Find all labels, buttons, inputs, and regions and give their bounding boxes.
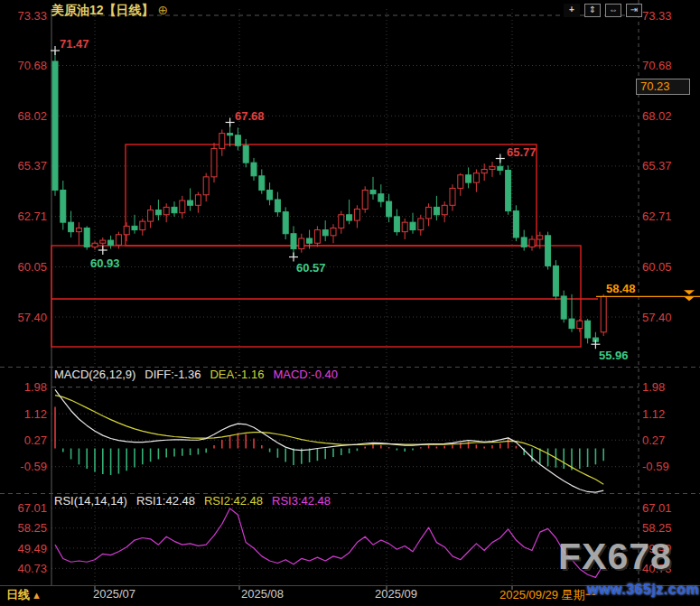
svg-text:65.37: 65.37 — [642, 159, 672, 172]
macd-diff-value: DIFF:-1.36 — [145, 368, 201, 381]
rsi-header: RSI(14,14,14)RSI1:42.48RSI2:42.48RSI3:42… — [54, 494, 340, 508]
svg-text:71.47: 71.47 — [60, 37, 89, 51]
svg-text:68.02: 68.02 — [17, 109, 47, 123]
svg-text:57.40: 57.40 — [642, 311, 672, 324]
macd-dea-value: DEA:-1.16 — [210, 368, 264, 381]
svg-text:60.93: 60.93 — [90, 256, 120, 270]
right-axis-price-tag: 70.23 — [636, 79, 690, 95]
svg-text:60.57: 60.57 — [296, 261, 326, 275]
svg-text:68.02: 68.02 — [642, 109, 672, 123]
candles-group — [52, 51, 606, 344]
rsi2-value: RSI2:42.48 — [204, 494, 263, 508]
move-tool-icon[interactable]: + — [564, 4, 580, 17]
rsi1-value: RSI1:42.48 — [136, 494, 195, 508]
svg-text:62.71: 62.71 — [17, 210, 47, 223]
period-label: 日线 — [6, 588, 30, 601]
svg-text:58.48: 58.48 — [606, 282, 636, 295]
chart-toolbar: +⇕⇔⇥ — [564, 4, 642, 17]
svg-text:67.68: 67.68 — [235, 109, 265, 123]
svg-text:60.05: 60.05 — [642, 260, 672, 274]
svg-text:62.71: 62.71 — [642, 210, 672, 223]
y-axis-scale-icon[interactable]: ⇕ — [584, 4, 601, 17]
chart-canvas[interactable]: 58.4871.4767.6865.7760.9360.5755.9673.33… — [0, 0, 700, 606]
macd-macd-value: MACD:-0.40 — [273, 368, 338, 381]
add-indicator-icon[interactable]: ⊕ — [158, 3, 169, 17]
macd-header: MACD(26,12,9)DIFF:-1.36DEA:-1.16MACD:-0.… — [54, 368, 347, 381]
svg-text:55.96: 55.96 — [599, 349, 629, 362]
rsi-formula: RSI(14,14,14) — [54, 494, 127, 508]
svg-text:1.12: 1.12 — [24, 407, 47, 421]
svg-text:1.12: 1.12 — [642, 407, 665, 421]
svg-text:58.25: 58.25 — [642, 521, 672, 535]
svg-text:2025/09: 2025/09 — [375, 587, 417, 601]
svg-text:67.01: 67.01 — [17, 501, 47, 515]
svg-text:49.49: 49.49 — [17, 542, 47, 555]
fx678-watermark: FX678 — [558, 536, 672, 578]
instrument-title-text: 美原油12【日线】 — [51, 3, 154, 17]
trading-chart-window: 58.4871.4767.6865.7760.9360.5755.9673.33… — [0, 0, 700, 606]
rsi3-value: RSI3:42.48 — [272, 494, 331, 508]
svg-text:40.73: 40.73 — [17, 562, 47, 575]
svg-text:-0.59: -0.59 — [20, 460, 47, 473]
site-watermark: www.365jz.com — [587, 582, 699, 598]
svg-text:1.98: 1.98 — [642, 380, 665, 394]
svg-text:70.68: 70.68 — [642, 59, 672, 72]
svg-text:60.05: 60.05 — [17, 260, 47, 274]
svg-text:73.33: 73.33 — [642, 9, 672, 23]
svg-text:67.01: 67.01 — [642, 501, 672, 515]
svg-text:58.25: 58.25 — [17, 521, 47, 535]
svg-text:65.37: 65.37 — [17, 159, 47, 172]
svg-text:-0.59: -0.59 — [642, 460, 669, 473]
pan-right-icon[interactable]: ⇥ — [626, 4, 642, 17]
svg-text:1.98: 1.98 — [24, 380, 47, 394]
macd-formula: MACD(26,12,9) — [54, 368, 135, 381]
svg-text:0.27: 0.27 — [24, 434, 47, 447]
svg-text:2025/08: 2025/08 — [241, 587, 284, 601]
svg-text:2025/07: 2025/07 — [93, 587, 135, 601]
current-date-label: 2025/09/29 星期一 — [499, 587, 597, 603]
period-selector[interactable]: 日线▲ — [6, 587, 42, 603]
svg-text:65.77: 65.77 — [507, 145, 537, 159]
svg-text:0.27: 0.27 — [642, 434, 665, 447]
instrument-title: 美原油12【日线】⊕ — [51, 3, 168, 19]
svg-text:57.40: 57.40 — [17, 311, 47, 324]
svg-text:73.33: 73.33 — [17, 9, 47, 23]
period-up-arrow-icon: ▲ — [32, 590, 42, 601]
svg-text:70.68: 70.68 — [17, 59, 47, 72]
x-axis-scale-icon[interactable]: ⇔ — [605, 4, 621, 17]
